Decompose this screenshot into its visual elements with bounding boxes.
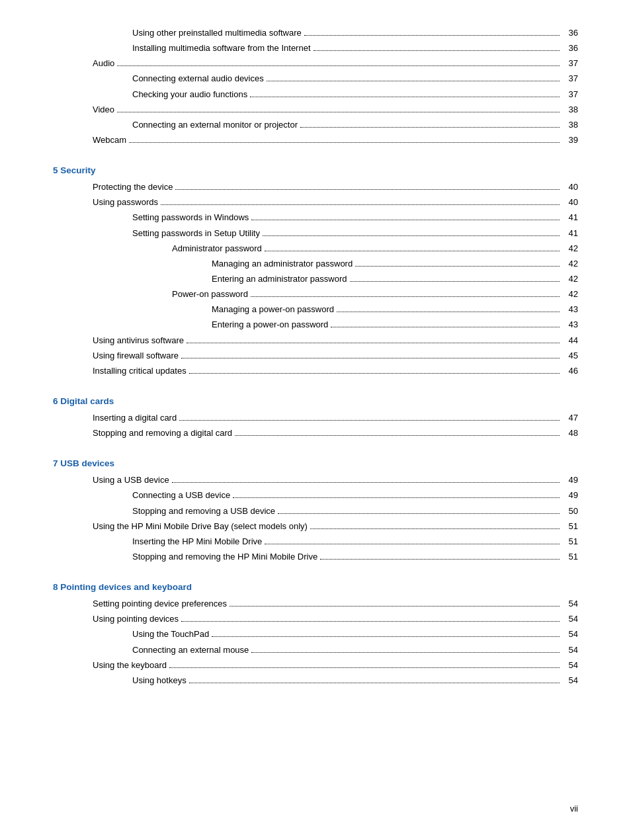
toc-entry: Installing critical updates46 <box>53 364 578 378</box>
section-pointing-keyboard: 8 Pointing devices and keyboardSetting p… <box>53 582 578 687</box>
section-header-pointing-keyboard: 8 Pointing devices and keyboard <box>53 582 578 592</box>
toc-entry-label: Video <box>93 103 114 116</box>
toc-entry-label: Using antivirus software <box>93 334 184 347</box>
toc-entry-label: Connecting an external monitor or projec… <box>132 118 298 132</box>
toc-entry: Setting passwords in Windows41 <box>53 211 578 224</box>
toc-entry-page: 36 <box>562 42 578 55</box>
toc-dots <box>267 81 560 81</box>
toc-entry-label: Connecting external audio devices <box>132 72 264 85</box>
toc-entry-label: Using hotkeys <box>132 674 187 687</box>
toc-entry-label: Webcam <box>93 134 126 147</box>
toc-entry: Setting passwords in Setup Utility41 <box>53 227 578 240</box>
toc-entry-page: 38 <box>562 118 578 132</box>
section-header-usb-devices: 7 USB devices <box>53 458 578 468</box>
toc-entry: Checking your audio functions37 <box>53 88 578 101</box>
toc-dots <box>251 220 560 220</box>
toc-entry-page: 45 <box>562 349 578 362</box>
toc-dots <box>179 420 560 421</box>
toc-entry-page: 37 <box>562 88 578 101</box>
toc-entry-label: Stopping and removing a USB device <box>132 505 275 518</box>
toc-dots <box>129 142 560 143</box>
toc-entry-page: 51 <box>562 520 578 533</box>
toc-entry: Video38 <box>53 103 578 116</box>
toc-dots <box>230 606 560 607</box>
toc-entry-page: 37 <box>562 57 578 70</box>
toc-entry-label: Installing critical updates <box>93 364 187 378</box>
toc-entry-page: 50 <box>562 505 578 518</box>
toc-dots <box>337 312 560 312</box>
toc-dots <box>251 652 560 653</box>
toc-entry-label: Managing an administrator password <box>212 257 353 271</box>
toc-entry-page: 54 <box>562 659 578 672</box>
toc-entry-label: Using other preinstalled multimedia soft… <box>132 26 302 40</box>
toc-entry-page: 39 <box>562 134 578 147</box>
toc-entry: Using antivirus software44 <box>53 334 578 347</box>
toc-entry-page: 37 <box>562 72 578 85</box>
toc-entry-label: Power-on password <box>172 288 248 301</box>
toc-entry-label: Using the TouchPad <box>132 628 209 641</box>
toc-entry-label: Administrator password <box>172 242 262 255</box>
toc-entry-page: 49 <box>562 489 578 502</box>
toc-entry: Using the HP Mini Mobile Drive Bay (sele… <box>53 520 578 533</box>
toc-entry-label: Inserting a digital card <box>93 411 177 425</box>
page-footer: vii <box>570 804 578 814</box>
toc-entry-label: Using the keyboard <box>93 659 167 672</box>
section-header-digital-cards: 6 Digital cards <box>53 396 578 406</box>
toc-dots <box>310 528 560 529</box>
toc-entry: Managing an administrator password42 <box>53 257 578 271</box>
toc-dots <box>355 266 560 267</box>
toc-entry-label: Using the HP Mini Mobile Drive Bay (sele… <box>93 520 308 533</box>
toc-dots <box>212 636 560 637</box>
toc-entry: Connecting an external monitor or projec… <box>53 118 578 132</box>
toc-dots <box>304 35 560 36</box>
toc-entry-label: Connecting an external mouse <box>132 644 249 657</box>
footer-page-number: vii <box>570 804 578 814</box>
toc-entry: Inserting the HP Mini Mobile Drive51 <box>53 535 578 548</box>
toc-entry-page: 42 <box>562 242 578 255</box>
toc-dots <box>175 189 560 190</box>
toc-entry-label: Inserting the HP Mini Mobile Drive <box>132 535 262 548</box>
toc-entry: Using other preinstalled multimedia soft… <box>53 26 578 40</box>
section-digital-cards: 6 Digital cardsInserting a digital card4… <box>53 396 578 440</box>
toc-entry-page: 38 <box>562 103 578 116</box>
toc-dots <box>172 482 560 483</box>
toc-entry-label: Using passwords <box>93 196 158 209</box>
toc-dots <box>181 621 560 622</box>
toc-entry: Installing multimedia software from the … <box>53 42 578 55</box>
toc-entry-page: 43 <box>562 318 578 331</box>
toc-entry-label: Using a USB device <box>93 474 169 487</box>
toc-entry-page: 42 <box>562 257 578 271</box>
toc-entry: Using hotkeys54 <box>53 674 578 687</box>
toc-entry: Protecting the device40 <box>53 181 578 194</box>
toc-entry: Stopping and removing the HP Mini Mobile… <box>53 550 578 564</box>
toc-entry-label: Using pointing devices <box>93 612 179 626</box>
toc-entry-page: 51 <box>562 535 578 548</box>
toc-dots <box>320 559 560 560</box>
section-pre: Using other preinstalled multimedia soft… <box>53 26 578 147</box>
toc-entry: Connecting a USB device49 <box>53 489 578 502</box>
toc-entry: Connecting external audio devices37 <box>53 72 578 85</box>
toc-entry-page: 41 <box>562 211 578 224</box>
toc-entry-label: Connecting a USB device <box>132 489 230 502</box>
toc-entry: Connecting an external mouse54 <box>53 644 578 657</box>
toc-entry-label: Audio <box>93 57 114 70</box>
toc-entry-page: 49 <box>562 474 578 487</box>
toc-entry-page: 41 <box>562 227 578 240</box>
toc-entry-page: 42 <box>562 273 578 286</box>
toc-dots <box>278 513 560 514</box>
toc-entry-page: 54 <box>562 612 578 626</box>
toc-dots <box>117 112 560 112</box>
toc-dots <box>117 65 560 66</box>
toc-entry-page: 54 <box>562 628 578 641</box>
toc-entry-page: 51 <box>562 550 578 564</box>
toc-dots <box>235 435 560 436</box>
toc-dots <box>263 235 560 236</box>
toc-entry-page: 54 <box>562 674 578 687</box>
toc-dots <box>187 343 560 343</box>
toc-dots <box>265 544 560 544</box>
toc-dots <box>233 497 560 498</box>
toc-dots <box>250 97 560 97</box>
toc-entry: Using a USB device49 <box>53 474 578 487</box>
toc-entry: Entering a power-on password43 <box>53 318 578 331</box>
toc-entry-label: Stopping and removing a digital card <box>93 427 232 440</box>
